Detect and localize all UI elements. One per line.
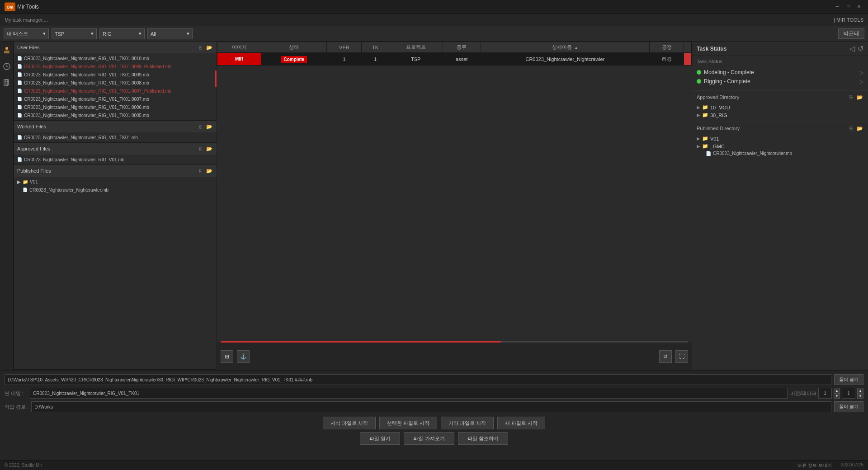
file-import-btn[interactable]: 파일 가져오기 xyxy=(404,432,454,445)
anchor-btn[interactable]: ⚓ xyxy=(237,350,250,363)
cell-project: TSP xyxy=(389,53,443,66)
rig-filter[interactable]: RIG ▾ xyxy=(99,28,145,39)
worked-files-copy-btn[interactable]: ⎘ xyxy=(197,123,204,130)
error-report-link[interactable]: 오류 정보 보내기 xyxy=(797,462,832,469)
published-files-copy-btn[interactable]: ⎘ xyxy=(197,167,204,174)
version-up-btn[interactable]: ▲ xyxy=(834,388,840,393)
user-files-folder-btn[interactable]: 📂 xyxy=(206,44,213,51)
worked-files-folder-btn[interactable]: 📂 xyxy=(206,123,213,130)
fullscreen-btn[interactable]: ⛶ xyxy=(675,350,688,363)
work-folder-open-button[interactable]: 폴더 열기 xyxy=(834,401,863,412)
user-file-item-6[interactable]: 📄 CR0023_Nightcrawler_Nightcrawler_RIG_V… xyxy=(14,103,217,111)
published-folder-icon: 📁 xyxy=(23,179,28,184)
file-reference-btn[interactable]: 파일 참조하기 xyxy=(458,432,508,445)
rig-label: RIG xyxy=(103,31,112,37)
file-open-btn[interactable]: 파일 열기 xyxy=(360,432,400,445)
approved-files-folder-btn[interactable]: 📂 xyxy=(206,145,213,152)
worked-file-item-0[interactable]: 📄 CR0023_Nightcrawler_Nightcrawler_RIG_V… xyxy=(14,133,217,141)
take-spinner: ▲ ▼ xyxy=(857,388,863,399)
status-dot-1 xyxy=(697,79,701,84)
user-file-item-5[interactable]: 📄 CR0023_Nightcrawler_Nightcrawler_RIG_V… xyxy=(14,95,217,103)
user-file-item-3[interactable]: 📄 CR0023_Nightcrawler_Nightcrawler_RIG_V… xyxy=(14,79,217,87)
published-dir-label: Published Directory xyxy=(697,126,740,131)
col-process: 공정 xyxy=(650,42,684,53)
approved-dir-actions: ⎘ 📂 xyxy=(847,94,863,101)
maximize-button[interactable]: □ xyxy=(844,3,853,10)
approved-dir-folder-btn[interactable]: 📂 xyxy=(856,94,863,101)
col-detail-name[interactable]: 상세이름 ▲ xyxy=(481,42,649,53)
published-dir-item-1[interactable]: ▶ 📁 _GMC xyxy=(697,142,863,150)
user-file-item-4[interactable]: 📄 CR0023_Nightcrawler_Nightcrawler_RIG_V… xyxy=(14,87,217,95)
prev-nav-icon[interactable]: ◁ xyxy=(849,44,855,53)
col-status: 상태 xyxy=(261,42,327,53)
task-status-item-0[interactable]: Modeling - Complete ▷ xyxy=(697,68,863,77)
sidebar-icon-files[interactable] xyxy=(2,78,12,88)
grid-view-btn[interactable]: ⊞ xyxy=(221,350,233,363)
scene-input[interactable] xyxy=(30,388,788,399)
all-filter[interactable]: All ▾ xyxy=(147,28,193,39)
center-panel: 이미지 상태 VER TK 프로젝트 종류 상세이름 ▲ 공정 xyxy=(217,42,692,370)
table-row[interactable]: MIR Complete 1 1 TSP asset CR0023_Nightc… xyxy=(217,53,692,66)
user-file-item-2[interactable]: 📄 CR0023_Nightcrawler_Nightcrawler_RIG_V… xyxy=(14,70,217,79)
app-title: Mir Tools xyxy=(17,4,39,10)
approved-dir-item-0[interactable]: ▶ 📁 10_MOD xyxy=(697,103,863,111)
published-files-folder-btn[interactable]: 📂 xyxy=(206,167,213,174)
user-file-item-0[interactable]: 📄 CR0023_Nightcrawler_Nightcrawler_RIG_V… xyxy=(14,54,217,62)
work-label: 작업 경로 : xyxy=(5,404,28,410)
published-folder-item[interactable]: ▶ 📁 V01 xyxy=(14,178,217,186)
pub-dir-arrow-0: ▶ xyxy=(697,136,700,141)
user-files-actions: ⎘ 📂 xyxy=(197,44,213,51)
published-dir-file-0[interactable]: 📄 CR0023_Nightcrawler_Nightcrawler.mb xyxy=(697,150,863,157)
task-status-label-0: Modeling - Complete xyxy=(704,69,754,75)
table-header-row: 이미지 상태 VER TK 프로젝트 종류 상세이름 ▲ 공정 xyxy=(217,42,692,53)
folder-open-button[interactable]: 폴더 열기 xyxy=(834,374,863,385)
take-input[interactable] xyxy=(842,388,855,399)
preview-slider[interactable] xyxy=(221,341,688,343)
close-button[interactable]: ✕ xyxy=(854,3,863,10)
published-dir-folder-btn[interactable]: 📂 xyxy=(856,125,863,132)
toolbar-left: My task manager.... xyxy=(5,17,48,23)
cell-tk: 1 xyxy=(362,53,389,66)
approved-file-item-0[interactable]: 📄 CR0023_Nightcrawler_Nightcrawler_RIG_V… xyxy=(14,155,217,164)
right-header-controls: ◁ ↺ xyxy=(849,44,863,53)
other-start-btn[interactable]: 기타 파일로 시작 xyxy=(441,417,494,429)
approved-dir-item-1[interactable]: ▶ 📁 30_RIG xyxy=(697,111,863,119)
task-status-item-1[interactable]: Rigging - Complete ▷ xyxy=(697,77,863,86)
sidebar-icon-history[interactable] xyxy=(2,61,12,71)
preview-bar: ⊞ ⚓ ↺ ⛶ xyxy=(217,343,692,370)
file-icon-1: 📄 xyxy=(17,64,22,69)
approved-files-copy-btn[interactable]: ⎘ xyxy=(197,145,204,152)
user-file-item-7[interactable]: 📄 CR0023_Nightcrawler_Nightcrawler_RIG_V… xyxy=(14,111,217,119)
my-task-label: 내 태스크 xyxy=(7,30,28,37)
brand-text: | MIR TOOLS xyxy=(834,17,863,23)
version-input[interactable] xyxy=(818,388,832,399)
worked-files-title: Worked Files xyxy=(17,124,46,129)
my-task-filter[interactable]: 내 태스크 ▾ xyxy=(4,28,49,39)
published-dir-copy-btn[interactable]: ⎘ xyxy=(847,125,854,132)
take-down-btn[interactable]: ▼ xyxy=(857,393,863,399)
minimize-button[interactable]: ─ xyxy=(833,3,842,10)
user-files-copy-btn[interactable]: ⎘ xyxy=(197,44,204,51)
user-file-item-1[interactable]: 📄 CR0023_Nightcrawler_Nightcrawler_RIG_V… xyxy=(14,62,217,70)
selected-start-btn[interactable]: 선택한 파일로 시작 xyxy=(379,417,437,429)
approved-dir-copy-btn[interactable]: ⎘ xyxy=(847,94,854,101)
published-file-item-0[interactable]: 📄 CR0023_Nightcrawler_Nightcrawler.mb xyxy=(14,186,217,194)
published-dir-item-0[interactable]: ▶ 📁 V01 xyxy=(697,135,863,142)
new-start-btn[interactable]: 새 파일로 시작 xyxy=(497,417,545,429)
path-input[interactable] xyxy=(5,374,831,385)
version-down-btn[interactable]: ▼ xyxy=(834,393,840,399)
approved-file-icon-0: 📄 xyxy=(17,157,22,162)
sidebar-icon-main[interactable] xyxy=(2,45,12,55)
work-path-input[interactable] xyxy=(31,401,831,412)
cell-process: 리깅 xyxy=(650,53,684,66)
all-label: All xyxy=(151,31,156,37)
bottom-area: 폴더 열기 씬 네임 : 버전/테이크 ▲ ▼ ▲ ▼ 작업 경로 xyxy=(0,370,868,460)
take-up-btn[interactable]: ▲ xyxy=(857,388,863,393)
template-start-btn[interactable]: 서식 파일로 시작 xyxy=(323,417,376,429)
panels-row: User Files ⎘ 📂 📄 CR0023_Nightcrawler_Nig… xyxy=(0,42,868,370)
tsp-filter[interactable]: TSP ▾ xyxy=(52,28,97,39)
approved-files-list: 📄 CR0023_Nightcrawler_Nightcrawler_RIG_V… xyxy=(14,155,217,164)
refresh-nav-icon[interactable]: ↺ xyxy=(858,44,863,53)
refresh-btn[interactable]: ↺ xyxy=(659,350,672,363)
title-bar-controls[interactable]: ─ □ ✕ xyxy=(833,3,863,10)
